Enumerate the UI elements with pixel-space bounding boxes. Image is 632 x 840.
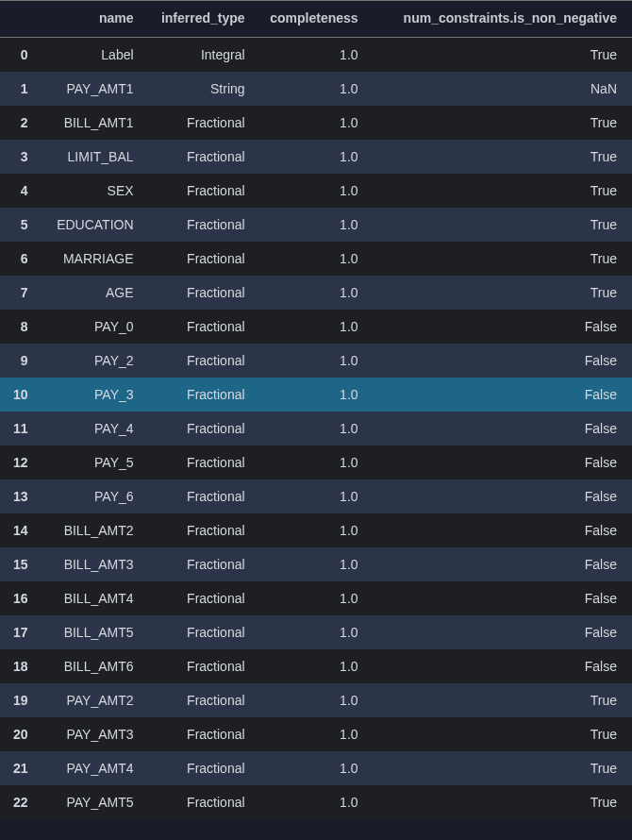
cell-inferred-type: Fractional bbox=[141, 445, 253, 479]
cell-name: PAY_5 bbox=[38, 445, 141, 479]
cell-index: 20 bbox=[0, 717, 38, 751]
cell-completeness: 1.0 bbox=[253, 72, 366, 106]
cell-name: BILL_AMT2 bbox=[38, 513, 141, 547]
table-row[interactable]: 11PAY_4Fractional1.0False bbox=[0, 412, 632, 445]
cell-index: 6 bbox=[0, 242, 38, 276]
table-header-row: name inferred_type completeness num_cons… bbox=[0, 1, 632, 38]
cell-name: AGE bbox=[38, 276, 141, 310]
cell-name: LIMIT_BAL bbox=[38, 140, 141, 174]
table-row[interactable]: 20PAY_AMT3Fractional1.0True bbox=[0, 717, 632, 751]
cell-constraint: True bbox=[366, 785, 632, 819]
cell-index: 2 bbox=[0, 106, 38, 140]
cell-constraint: True bbox=[366, 140, 632, 174]
table-row[interactable]: 14BILL_AMT2Fractional1.0False bbox=[0, 513, 632, 547]
table-row[interactable]: 12PAY_5Fractional1.0False bbox=[0, 445, 632, 479]
cell-index: 0 bbox=[0, 38, 38, 72]
data-table: name inferred_type completeness num_cons… bbox=[0, 0, 632, 819]
table-row[interactable]: 3LIMIT_BALFractional1.0True bbox=[0, 140, 632, 174]
cell-inferred-type: Fractional bbox=[141, 344, 253, 378]
cell-inferred-type: Fractional bbox=[141, 581, 253, 615]
cell-inferred-type: Fractional bbox=[141, 276, 253, 310]
header-name[interactable]: name bbox=[38, 1, 141, 38]
header-inferred-type[interactable]: inferred_type bbox=[141, 1, 253, 38]
cell-index: 4 bbox=[0, 174, 38, 208]
cell-inferred-type: Fractional bbox=[141, 310, 253, 344]
table-row[interactable]: 18BILL_AMT6Fractional1.0False bbox=[0, 649, 632, 683]
cell-name: MARRIAGE bbox=[38, 242, 141, 276]
cell-constraint: True bbox=[366, 751, 632, 785]
cell-index: 21 bbox=[0, 751, 38, 785]
cell-inferred-type: Fractional bbox=[141, 242, 253, 276]
table-row[interactable]: 8PAY_0Fractional1.0False bbox=[0, 310, 632, 344]
cell-index: 7 bbox=[0, 276, 38, 310]
table-row[interactable]: 19PAY_AMT2Fractional1.0True bbox=[0, 683, 632, 717]
cell-completeness: 1.0 bbox=[253, 344, 366, 378]
table-row[interactable]: 2BILL_AMT1Fractional1.0True bbox=[0, 106, 632, 140]
cell-name: PAY_AMT3 bbox=[38, 717, 141, 751]
cell-index: 8 bbox=[0, 310, 38, 344]
cell-index: 10 bbox=[0, 378, 38, 412]
cell-constraint: True bbox=[366, 242, 632, 276]
cell-name: PAY_2 bbox=[38, 344, 141, 378]
cell-constraint: False bbox=[366, 310, 632, 344]
table-row[interactable]: 9PAY_2Fractional1.0False bbox=[0, 344, 632, 378]
cell-completeness: 1.0 bbox=[253, 683, 366, 717]
cell-index: 11 bbox=[0, 412, 38, 445]
cell-inferred-type: Fractional bbox=[141, 615, 253, 649]
cell-inferred-type: Fractional bbox=[141, 174, 253, 208]
cell-inferred-type: Fractional bbox=[141, 683, 253, 717]
cell-completeness: 1.0 bbox=[253, 412, 366, 445]
table-row[interactable]: 5EDUCATIONFractional1.0True bbox=[0, 208, 632, 242]
cell-index: 17 bbox=[0, 615, 38, 649]
cell-completeness: 1.0 bbox=[253, 445, 366, 479]
cell-completeness: 1.0 bbox=[253, 140, 366, 174]
cell-completeness: 1.0 bbox=[253, 208, 366, 242]
table-row[interactable]: 16BILL_AMT4Fractional1.0False bbox=[0, 581, 632, 615]
table-row[interactable]: 17BILL_AMT5Fractional1.0False bbox=[0, 615, 632, 649]
cell-index: 14 bbox=[0, 513, 38, 547]
cell-constraint: False bbox=[366, 412, 632, 445]
cell-inferred-type: String bbox=[141, 72, 253, 106]
cell-name: PAY_AMT5 bbox=[38, 785, 141, 819]
cell-inferred-type: Fractional bbox=[141, 513, 253, 547]
header-completeness[interactable]: completeness bbox=[253, 1, 366, 38]
table-row[interactable]: 7AGEFractional1.0True bbox=[0, 276, 632, 310]
cell-inferred-type: Fractional bbox=[141, 547, 253, 581]
cell-completeness: 1.0 bbox=[253, 649, 366, 683]
cell-inferred-type: Fractional bbox=[141, 751, 253, 785]
cell-name: BILL_AMT5 bbox=[38, 615, 141, 649]
header-constraint[interactable]: num_constraints.is_non_negative bbox=[366, 1, 632, 38]
table-row[interactable]: 21PAY_AMT4Fractional1.0True bbox=[0, 751, 632, 785]
table-row[interactable]: 15BILL_AMT3Fractional1.0False bbox=[0, 547, 632, 581]
cell-index: 22 bbox=[0, 785, 38, 819]
cell-index: 1 bbox=[0, 72, 38, 106]
cell-constraint: True bbox=[366, 683, 632, 717]
cell-name: EDUCATION bbox=[38, 208, 141, 242]
table-row[interactable]: 13PAY_6Fractional1.0False bbox=[0, 479, 632, 513]
cell-constraint: NaN bbox=[366, 72, 632, 106]
cell-completeness: 1.0 bbox=[253, 615, 366, 649]
cell-constraint: False bbox=[366, 649, 632, 683]
cell-index: 18 bbox=[0, 649, 38, 683]
table-row[interactable]: 0LabelIntegral1.0True bbox=[0, 38, 632, 72]
cell-constraint: True bbox=[366, 38, 632, 72]
table-row[interactable]: 1PAY_AMT1String1.0NaN bbox=[0, 72, 632, 106]
table-row[interactable]: 6MARRIAGEFractional1.0True bbox=[0, 242, 632, 276]
cell-inferred-type: Fractional bbox=[141, 785, 253, 819]
table-row[interactable]: 22PAY_AMT5Fractional1.0True bbox=[0, 785, 632, 819]
cell-inferred-type: Fractional bbox=[141, 479, 253, 513]
cell-name: BILL_AMT1 bbox=[38, 106, 141, 140]
header-index[interactable] bbox=[0, 1, 38, 38]
table-row[interactable]: 4SEXFractional1.0True bbox=[0, 174, 632, 208]
cell-inferred-type: Fractional bbox=[141, 208, 253, 242]
cell-constraint: False bbox=[366, 378, 632, 412]
cell-index: 3 bbox=[0, 140, 38, 174]
cell-inferred-type: Fractional bbox=[141, 649, 253, 683]
cell-completeness: 1.0 bbox=[253, 513, 366, 547]
cell-name: PAY_AMT1 bbox=[38, 72, 141, 106]
cell-inferred-type: Fractional bbox=[141, 106, 253, 140]
cell-inferred-type: Fractional bbox=[141, 412, 253, 445]
table-row[interactable]: 10PAY_3Fractional1.0False bbox=[0, 378, 632, 412]
cell-constraint: False bbox=[366, 445, 632, 479]
cell-index: 19 bbox=[0, 683, 38, 717]
